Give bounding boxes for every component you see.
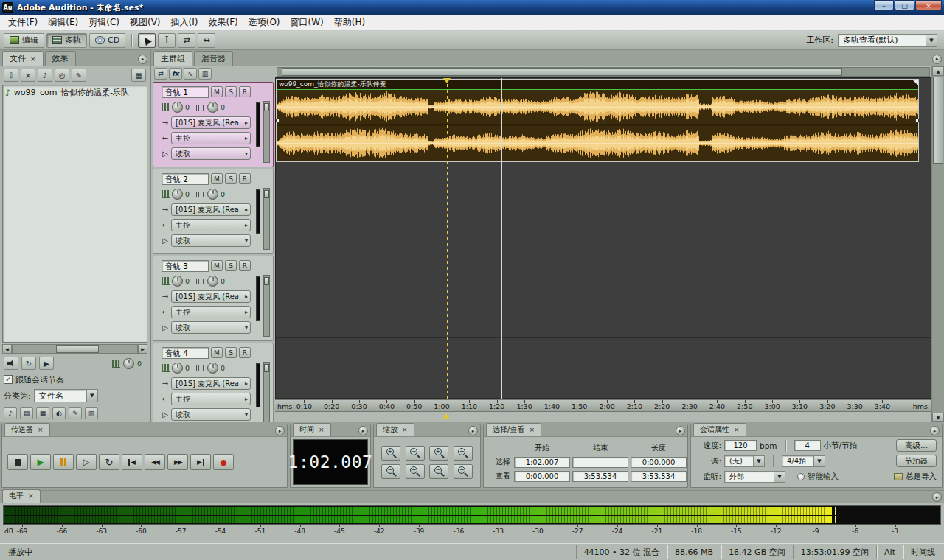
selection-length-field[interactable]: 0:00.000 [631, 457, 687, 468]
title-bar[interactable]: Au Adobe Audition - 未命名.ses* – □ × [0, 0, 944, 15]
record-arm-button[interactable]: R [239, 260, 251, 271]
dropdown-arrow-icon[interactable]: ▼ [813, 456, 825, 466]
file-list-hscrollbar[interactable]: ◀ ▶ [2, 344, 148, 354]
preview-mute-button[interactable] [4, 357, 18, 370]
play-from-cursor-button[interactable]: ▷ [76, 454, 97, 470]
file-list[interactable]: ♪ wo99_com_恰似你的温柔-乐队 [2, 85, 148, 343]
timeline-ruler[interactable]: hms0:100:200:300:400:501:001:101:201:301… [275, 399, 931, 412]
automation-expand-icon[interactable]: ▷ [162, 237, 169, 245]
selection-marker-top-icon[interactable] [443, 78, 451, 83]
track-output-button[interactable]: 主控▸ [171, 132, 251, 144]
automation-mode-select[interactable]: 读取▾ [171, 321, 251, 334]
tempo-field[interactable]: 120 [724, 440, 757, 451]
record-arm-button[interactable]: R [239, 173, 251, 184]
automation-expand-icon[interactable]: ▷ [162, 410, 169, 419]
time-selection-tool-button[interactable]: I [158, 33, 176, 48]
solo-button[interactable]: S [225, 173, 237, 184]
panel-menu-icon[interactable]: ▸ [468, 426, 478, 435]
minimize-button[interactable]: – [874, 0, 894, 11]
timeline-scroll-thumb[interactable] [282, 68, 842, 76]
panel-close-icon[interactable]: × [38, 426, 44, 433]
scroll-up-icon[interactable]: ▲ [932, 66, 944, 76]
clip-corner-icon[interactable] [912, 80, 918, 85]
track-grip-icon[interactable] [156, 348, 159, 358]
zoom-in-button[interactable]: + [381, 446, 400, 461]
track-grip-icon[interactable] [156, 261, 159, 271]
panel-close-icon[interactable]: × [402, 426, 408, 433]
dropdown-arrow-icon[interactable]: ▼ [753, 456, 764, 466]
clip-left-handle[interactable] [276, 119, 280, 122]
zoom-to-selection-button[interactable]: + [429, 446, 448, 461]
automation-expand-icon[interactable]: ▷ [162, 150, 169, 158]
track-name-field[interactable]: 音轨 3 [162, 260, 209, 272]
scrollbar-thumb[interactable] [56, 345, 98, 353]
clip-right-handle[interactable] [915, 119, 919, 122]
menu-item[interactable]: 文件(F) [3, 15, 43, 30]
edit-view-button[interactable]: 编辑 [4, 33, 44, 48]
mute-button[interactable]: M [211, 347, 223, 358]
pan-knob[interactable] [207, 189, 218, 200]
menu-item[interactable]: 视图(V) [125, 15, 166, 30]
track-name-field[interactable]: 音轨 1 [162, 86, 209, 98]
show-audio-files-toggle-icon[interactable]: ♪ [4, 407, 17, 419]
track-zoom-slider[interactable] [263, 275, 270, 337]
loop-play-button[interactable]: ↻ [99, 454, 119, 470]
zoom-out-full-button[interactable]: − [381, 464, 400, 479]
selection-end-field[interactable] [572, 457, 628, 468]
stop-button[interactable] [7, 454, 28, 470]
panel-menu-icon[interactable]: ▸ [932, 492, 942, 502]
maximize-button[interactable]: □ [895, 0, 914, 11]
solo-button[interactable]: S [225, 347, 237, 358]
track-input-button[interactable]: [01S] 麦克风 (Rea▸ [171, 377, 251, 390]
panel-close-icon[interactable]: × [319, 426, 324, 433]
hybrid-tool-button[interactable] [138, 33, 156, 48]
track-grip-icon[interactable] [156, 174, 159, 184]
tab-main-group[interactable]: 主群组 [153, 51, 192, 66]
zoom-out-vertical-button[interactable]: − [429, 464, 448, 479]
metronome-button[interactable]: 节拍器 [896, 455, 937, 467]
insert-to-multitrack-button[interactable]: ♪ [38, 69, 52, 82]
solo-button[interactable]: S [225, 260, 237, 271]
vscrollbar-thumb[interactable] [933, 77, 943, 164]
edit-file-button[interactable]: ✎ [72, 69, 86, 82]
scroll-down-icon[interactable]: ▼ [932, 413, 944, 422]
volume-knob[interactable] [172, 189, 183, 200]
pan-knob[interactable] [207, 102, 218, 113]
track-2-lane[interactable] [276, 164, 931, 251]
status-display-mode[interactable]: 时间线 [903, 545, 943, 559]
tab-files[interactable]: 文件× [2, 51, 44, 66]
automation-mode-select[interactable]: 读取▾ [171, 147, 251, 160]
move-clip-tool-button[interactable]: ⇄ [178, 33, 195, 48]
track-vscrollbar[interactable]: ▲ ▼ [931, 66, 944, 422]
advanced-button[interactable]: 高级... [896, 439, 937, 452]
menu-item[interactable]: 窗口(W) [285, 15, 329, 30]
track-grip-icon[interactable] [156, 87, 159, 97]
meters-icon[interactable]: ▥ [198, 68, 212, 80]
panel-close-icon[interactable]: × [28, 492, 34, 500]
advanced-options-icon[interactable]: ▥ [85, 407, 98, 419]
zoom-out-button[interactable]: − [406, 446, 425, 461]
record-arm-button[interactable]: R [239, 86, 251, 97]
go-to-start-button[interactable]: ◀ [122, 454, 142, 470]
show-midi-files-toggle-icon[interactable]: ◐ [52, 407, 66, 419]
time-signature-select[interactable]: 4/4拍▼ [782, 455, 825, 467]
file-item[interactable]: ♪ wo99_com_恰似你的温柔-乐队 [5, 87, 145, 98]
dropdown-arrow-icon[interactable]: ▼ [86, 390, 97, 402]
sort-by-select[interactable]: 文件名 ▼ [34, 389, 98, 402]
volume-knob[interactable] [172, 276, 183, 287]
show-loop-files-toggle-icon[interactable]: ▤ [20, 407, 33, 419]
smart-input-radio[interactable] [797, 473, 805, 480]
scroll-right-icon[interactable]: ▶ [138, 344, 148, 354]
track-zoom-slider[interactable] [263, 101, 270, 163]
pan-knob[interactable] [207, 363, 218, 374]
solo-button[interactable]: S [225, 86, 237, 97]
multitrack-view-button[interactable]: 多轨 [46, 33, 87, 48]
track-1-lane[interactable]: wo99_com_恰似你的温柔-乐队伴奏 [276, 78, 931, 164]
automation-mode-select[interactable]: 读取▾ [171, 234, 251, 247]
close-file-button[interactable]: × [21, 69, 35, 82]
volume-knob[interactable] [172, 102, 183, 113]
preview-volume-knob[interactable] [123, 358, 134, 369]
audio-clip[interactable]: wo99_com_恰似你的温柔-乐队伴奏 [276, 79, 919, 162]
zoom-full-button[interactable]: + [454, 446, 473, 461]
mute-button[interactable]: M [211, 173, 223, 184]
